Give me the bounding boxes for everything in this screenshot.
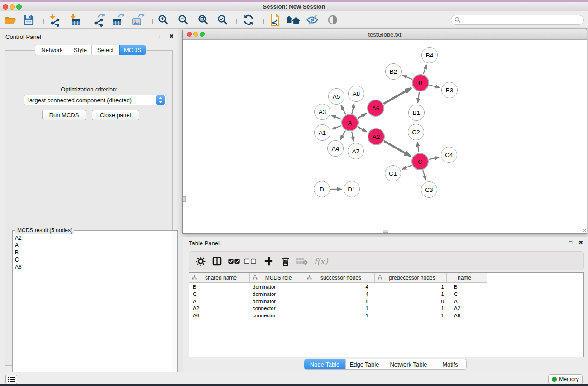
unselect-all-icon[interactable] [244,255,257,267]
search-field[interactable] [451,15,584,25]
cell-MCDS-role[interactable]: dominator [250,298,304,305]
cell-name[interactable]: A [447,298,487,305]
zoom-out-icon[interactable] [176,14,191,26]
task-history-button[interactable] [5,375,17,384]
graph-node-C[interactable]: C [411,153,429,170]
function-builder-icon[interactable]: f(x) [312,255,330,267]
cell-predecessor-nodes[interactable]: 0 [375,298,447,305]
cell-MCDS-role[interactable]: connector [250,305,304,312]
close-panel-button[interactable]: Close panel [92,110,139,120]
cell-shared-name[interactable]: C [189,291,250,298]
resize-grip[interactable] [580,226,586,233]
graph-node-B2[interactable]: B2 [385,63,402,80]
graph-node-A4[interactable]: A4 [327,140,344,157]
tab-mcds[interactable]: MCDS [119,45,146,55]
cell-MCDS-role[interactable]: dominator [250,291,304,298]
tab-motifs[interactable]: Motifs [434,359,466,369]
import-table-icon[interactable] [67,14,82,26]
graph-node-C3[interactable]: C3 [421,181,437,198]
cell-name[interactable]: B [447,284,487,291]
first-neighbors-icon[interactable] [285,14,301,26]
column-header-MCDS-role[interactable]: MCDS role [250,273,304,282]
column-header-name[interactable]: name [447,273,487,282]
cell-successor-nodes[interactable]: 1 [304,305,375,312]
mcds-result-item[interactable]: B [15,249,172,256]
tab-network-table[interactable]: Network Table [383,359,434,369]
hide-graphics-details-icon[interactable] [305,14,320,26]
network-canvas[interactable]: B4B2BB3A5A8A6B1A3AA1C2A2A4A7CC4C1C3DD1 [183,40,587,233]
horizontal-scrollbar-thumb[interactable] [383,230,388,233]
tab-style[interactable]: Style [69,45,91,55]
tab-network[interactable]: Network [35,45,69,55]
export-table-icon[interactable] [110,14,126,26]
cell-shared-name[interactable]: A2 [189,305,250,312]
column-header-shared-name[interactable]: shared name [189,273,250,282]
cell-predecessor-nodes[interactable]: 1 [375,312,447,319]
cell-successor-nodes[interactable]: 4 [304,284,375,291]
graph-node-A5[interactable]: A5 [328,88,344,105]
mcds-result-item[interactable]: A [15,242,172,249]
zoom-in-icon[interactable] [156,14,171,26]
float-table-panel-icon[interactable]: □ [569,239,572,246]
graph-node-C2[interactable]: C2 [408,124,424,140]
cell-name[interactable]: A6 [447,312,487,319]
zoom-selected-icon[interactable] [215,14,230,26]
cell-name[interactable]: A2 [447,305,487,312]
save-session-icon[interactable] [21,14,36,26]
cell-successor-nodes[interactable]: 4 [304,291,375,298]
split-panel-icon[interactable] [210,255,224,267]
graph-node-D[interactable]: D [314,181,330,197]
import-network-icon[interactable] [47,14,62,26]
tab-edge-table[interactable]: Edge Table [345,359,383,369]
memory-button[interactable]: Memory [548,374,583,384]
apply-layout-icon[interactable] [241,14,256,26]
cell-shared-name[interactable]: B [189,284,250,291]
cell-shared-name[interactable]: A [189,298,250,305]
network-from-file-icon[interactable] [267,14,282,26]
create-column-icon[interactable] [262,255,275,267]
graph-node-C1[interactable]: C1 [385,165,401,181]
graph-node-A7[interactable]: A7 [348,143,364,159]
tab-node-table[interactable]: Node Table [304,359,345,369]
delete-columns-icon[interactable] [279,255,292,267]
graph-node-A6[interactable]: A6 [367,100,384,117]
graph-node-D1[interactable]: D1 [344,181,360,197]
close-panel-icon[interactable]: ✖ [169,33,174,39]
cell-shared-name[interactable]: A6 [189,312,250,319]
close-table-panel-icon[interactable]: ✖ [578,239,583,246]
cell-predecessor-nodes[interactable]: 1 [375,284,447,291]
tab-select[interactable]: Select [91,45,119,55]
run-mcds-button[interactable]: Run MCDS [42,110,86,120]
export-image-icon[interactable] [130,14,146,26]
open-file-icon[interactable] [3,14,18,26]
column-header-predecessor-nodes[interactable]: predecessor nodes [375,273,447,282]
cell-predecessor-nodes[interactable]: 1 [375,305,447,312]
show-graphics-details-icon[interactable] [325,14,340,26]
cell-name[interactable]: C [447,291,487,298]
column-header-successor-nodes[interactable]: successor nodes [304,273,375,282]
zoom-fit-icon[interactable] [196,14,211,26]
mcds-result-item[interactable]: C [15,256,172,263]
settings-gear-icon[interactable] [194,255,207,267]
cell-predecessor-nodes[interactable]: 1 [375,291,447,298]
graph-node-A[interactable]: A [341,114,359,131]
criterion-dropdown[interactable]: largest connected component (directed) [24,95,166,105]
graph-node-A3[interactable]: A3 [314,104,330,120]
graph-node-B3[interactable]: B3 [441,82,458,98]
graph-node-B[interactable]: B [412,74,429,91]
graph-node-C4[interactable]: C4 [441,147,457,163]
cell-successor-nodes[interactable]: 1 [304,312,375,319]
delete-table-icon[interactable] [295,255,309,267]
cell-MCDS-role[interactable]: connector [250,312,304,319]
export-network-icon[interactable] [91,14,107,26]
cell-successor-nodes[interactable]: 8 [304,298,375,305]
graph-node-B4[interactable]: B4 [421,47,438,63]
mcds-result-item[interactable]: A6 [15,263,172,271]
graph-node-A1[interactable]: A1 [314,124,330,141]
vertical-scrollbar-thumb[interactable] [183,196,186,202]
cell-MCDS-role[interactable]: dominator [250,284,304,291]
float-panel-icon[interactable]: □ [160,33,163,39]
graph-node-A8[interactable]: A8 [348,86,364,102]
graph-node-A2[interactable]: A2 [368,128,385,145]
graph-node-B1[interactable]: B1 [408,105,425,121]
